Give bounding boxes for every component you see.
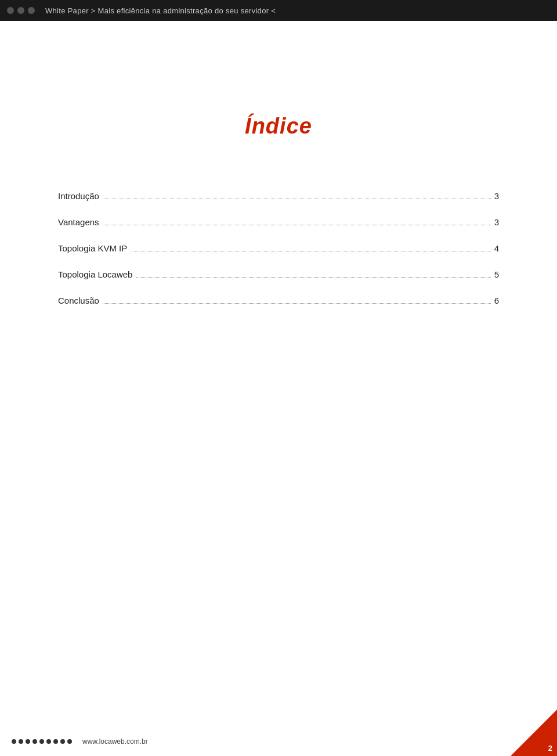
footer-dot-8 bbox=[60, 739, 65, 744]
footer-dot-1 bbox=[12, 739, 16, 744]
footer-dot-4 bbox=[32, 739, 37, 744]
toc-page-conclusao: 6 bbox=[494, 296, 499, 305]
toc-page-introducao: 3 bbox=[494, 191, 499, 201]
toc-label-topologia-locaweb: Topologia Locaweb bbox=[58, 269, 132, 279]
footer-left: www.locaweb.com.br bbox=[12, 737, 148, 746]
traffic-lights bbox=[7, 7, 35, 14]
footer-dot-7 bbox=[53, 739, 58, 744]
toc-item-topologia-kvm: Topologia KVM IP 4 bbox=[58, 243, 499, 253]
title-bar-text: White Paper > Mais eficiência na adminis… bbox=[45, 6, 276, 15]
toc-label-conclusao: Conclusão bbox=[58, 296, 99, 305]
toc-label-introducao: Introdução bbox=[58, 191, 99, 201]
footer-dots bbox=[12, 739, 72, 744]
page-number: 2 bbox=[548, 744, 552, 753]
toc-list: Introdução 3 Vantagens 3 Topologia KVM I… bbox=[46, 191, 511, 305]
toc-dots-topologia-kvm bbox=[131, 251, 490, 251]
toc-item-conclusao: Conclusão 6 bbox=[58, 296, 499, 305]
toc-page-vantagens: 3 bbox=[494, 217, 499, 227]
toc-item-topologia-locaweb: Topologia Locaweb 5 bbox=[58, 269, 499, 279]
page-content: Índice Introdução 3 Vantagens 3 Topologi… bbox=[0, 21, 557, 756]
toc-dots-vantagens bbox=[103, 225, 491, 225]
close-dot bbox=[7, 7, 14, 14]
indice-section: Índice bbox=[46, 21, 511, 174]
footer-dot-9 bbox=[67, 739, 72, 744]
footer-dot-3 bbox=[26, 739, 30, 744]
maximize-dot bbox=[28, 7, 35, 14]
minimize-dot bbox=[17, 7, 24, 14]
footer: www.locaweb.com.br bbox=[0, 727, 557, 756]
toc-label-vantagens: Vantagens bbox=[58, 217, 99, 227]
toc-dots-introducao bbox=[103, 199, 491, 199]
footer-dot-2 bbox=[19, 739, 23, 744]
toc-item-introducao: Introdução 3 bbox=[58, 191, 499, 201]
toc-item-vantagens: Vantagens 3 bbox=[58, 217, 499, 227]
title-bar: White Paper > Mais eficiência na adminis… bbox=[0, 0, 557, 21]
page-title: Índice bbox=[46, 114, 511, 139]
toc-dots-conclusao bbox=[103, 303, 491, 304]
footer-dot-5 bbox=[39, 739, 44, 744]
footer-dot-6 bbox=[46, 739, 51, 744]
toc-page-topologia-kvm: 4 bbox=[494, 243, 499, 253]
toc-label-topologia-kvm: Topologia KVM IP bbox=[58, 243, 127, 253]
toc-page-topologia-locaweb: 5 bbox=[494, 269, 499, 279]
toc-dots-topologia-locaweb bbox=[136, 277, 490, 278]
footer-url: www.locaweb.com.br bbox=[82, 737, 148, 746]
